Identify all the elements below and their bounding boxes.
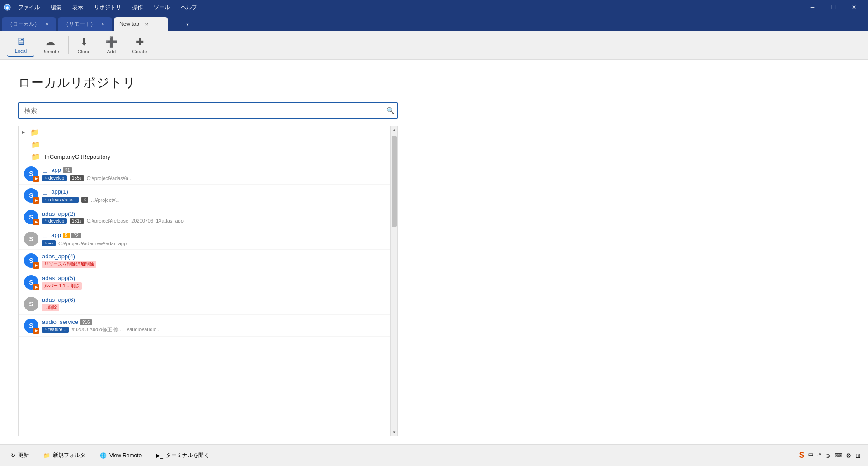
tab-local-label: （ローカル） [7, 20, 40, 28]
repo-path: C:¥project¥release_20200706_1¥adas_app [87, 218, 184, 223]
list-item[interactable]: S ▶ adas_app(5) ルバー 1 1... 削除 [19, 271, 390, 293]
clone-icon: ⬇ [80, 36, 88, 48]
tree-item-root[interactable]: ▶ 📁 [19, 126, 390, 138]
title-bar-left: ◆ ファイル 編集 表示 リポジトリ 操作 ツール ヘルプ [4, 3, 199, 12]
terminal-button[interactable]: ▶_ ターミナルを開く [152, 450, 213, 461]
tab-local-close[interactable]: ✕ [43, 20, 51, 28]
main-content: ローカルリポジトリ 🔍 ▶ 📁 📁 📁 InCompanyGitReposito… [0, 60, 868, 444]
remote-badge: ▶ [33, 328, 39, 334]
repo-info: adas_app(5) ルバー 1 1... 削除 [42, 275, 385, 290]
scrollbar-track: ▲ ▼ [390, 126, 397, 436]
tab-remote-label: （リモート） [63, 20, 96, 28]
scroll-up-button[interactable]: ▲ [391, 126, 398, 133]
menu-tools[interactable]: ツール [152, 3, 172, 12]
close-button[interactable]: ✕ [844, 0, 864, 14]
repo-meta: リソースを削除追加削除 [42, 261, 385, 268]
question-badge: ?16 [80, 319, 92, 325]
tab-remote-close[interactable]: ✕ [99, 20, 107, 28]
repo-name: audio_service ?16 [42, 319, 385, 325]
page-title: ローカルリポジトリ [18, 74, 850, 91]
list-item[interactable]: S ▶ adas_app(4) リソースを削除追加削除 [19, 250, 390, 271]
repo-meta: ⑂develop 155↓ C:¥project¥adas¥a... [42, 175, 385, 181]
menu-bar: ファイル 編集 表示 リポジトリ 操作 ツール ヘルプ [16, 3, 199, 12]
repo-info: adas_app(6) ...削除 [42, 296, 385, 311]
toolbar-create[interactable]: ✚ Create [125, 34, 154, 56]
menu-action[interactable]: 操作 [130, 3, 145, 12]
view-remote-label: View Remote [109, 452, 142, 459]
folder-icon: 📁 [31, 152, 40, 161]
toolbar-add[interactable]: ➕ Add [98, 34, 125, 56]
repo-info: ＿_app 5 ?2 ⑂--- C:¥project¥adarnew¥adar_… [42, 231, 385, 246]
repo-info: audio_service ?16 ⑂feature... #82053 Aud… [42, 319, 385, 333]
status-bar: ↻ 更新 📁 新規フォルダ 🌐 View Remote ▶_ ターミナルを開く … [0, 444, 868, 466]
repo-info: ＿_app ?1 ⑂develop 155↓ C:¥project¥adas¥a… [42, 166, 385, 181]
systray: S 中 ·° ☺ ⌨ ⚙ ⊞ [799, 451, 861, 460]
toolbar-clone[interactable]: ⬇ Clone [71, 34, 98, 56]
tab-remote[interactable]: （リモート） ✕ [58, 17, 112, 31]
menu-help[interactable]: ヘルプ [179, 3, 199, 12]
list-item[interactable]: S adas_app(6) ...削除 [19, 293, 390, 315]
menu-repo[interactable]: リポジトリ [92, 3, 123, 12]
repo-info: ＿_app(1) ⑂release/rele... 3 ...¥project¥… [42, 188, 385, 203]
create-icon: ✚ [136, 36, 144, 48]
scroll-down-button[interactable]: ▼ [391, 428, 398, 436]
search-button[interactable]: 🔍 [387, 107, 394, 114]
menu-file[interactable]: ファイル [16, 3, 42, 12]
refresh-button[interactable]: ↻ 更新 [7, 450, 33, 461]
repo-icon: S ▶ [24, 210, 38, 224]
grid-icon: ⊞ [855, 452, 861, 459]
list-item[interactable]: S ▶ adas_app(2) ⑂develop 181↓ C:¥project… [19, 206, 390, 228]
menu-view[interactable]: 表示 [71, 3, 85, 12]
terminal-icon: ▶_ [156, 452, 163, 459]
branch-badge: ⑂feature... [42, 327, 69, 333]
remote-badge: ▶ [33, 284, 39, 290]
tree-item-incompany[interactable]: 📁 InCompanyGitRepository [19, 151, 390, 163]
tab-newtab-close[interactable]: ✕ [143, 20, 150, 28]
refresh-label: 更新 [18, 452, 29, 459]
repo-list: ▶ 📁 📁 📁 InCompanyGitRepository S ▶ ＿_app… [19, 126, 390, 436]
restore-button[interactable]: ❐ [823, 0, 844, 14]
local-label: Local [15, 48, 27, 54]
dots-icon: ·° [817, 452, 821, 459]
view-remote-button[interactable]: 🌐 View Remote [96, 451, 145, 461]
repo-name: adas_app(6) [42, 296, 385, 303]
new-folder-button[interactable]: 📁 新規フォルダ [40, 450, 89, 461]
menu-edit[interactable]: 編集 [49, 3, 63, 12]
repo-icon: S ▶ [24, 275, 38, 290]
refresh-icon: ↻ [11, 452, 15, 459]
list-item[interactable]: S ▶ ＿_app ?1 ⑂develop 155↓ C:¥project¥ad… [19, 163, 390, 185]
tab-local[interactable]: （ローカル） ✕ [2, 17, 56, 31]
add-label: Add [107, 49, 116, 54]
settings-icon: ⚙ [846, 452, 852, 459]
repo-icon: S ▶ [24, 188, 38, 203]
repo-name: adas_app(2) [42, 210, 385, 217]
title-bar: ◆ ファイル 編集 表示 リポジトリ 操作 ツール ヘルプ ─ ❐ ✕ [0, 0, 868, 14]
minimize-button[interactable]: ─ [802, 0, 823, 14]
toolbar-local[interactable]: 🖥 Local [7, 34, 34, 57]
search-input[interactable] [18, 102, 398, 119]
toolbar-remote[interactable]: ☁ Remote [34, 34, 66, 56]
repo-name: ＿_app(1) [42, 188, 385, 196]
scrollbar-thumb[interactable] [392, 136, 397, 227]
new-tab-button[interactable]: ＋ [168, 17, 182, 31]
remote-badge: ▶ [33, 197, 39, 204]
tab-newtab[interactable]: New tab ✕ [114, 17, 168, 31]
branch-badge: ⑂develop [42, 218, 67, 224]
question-badge: ?1 [63, 167, 72, 173]
list-item[interactable]: S ＿_app 5 ?2 ⑂--- C:¥project¥adarnew¥ada… [19, 228, 390, 250]
tab-dropdown-button[interactable]: ▾ [182, 17, 193, 31]
delete-badge: ルバー 1 1... 削除 [42, 282, 82, 290]
repo-icon: S ▶ [24, 253, 38, 268]
question-badge: ?2 [71, 233, 81, 238]
tree-item-sub[interactable]: 📁 [19, 138, 390, 151]
globe-icon: 🌐 [100, 452, 107, 459]
repo-path: ...¥project¥... [91, 197, 120, 203]
repo-list-container: ▶ 📁 📁 📁 InCompanyGitRepository S ▶ ＿_app… [18, 126, 398, 436]
add-icon: ➕ [105, 36, 118, 48]
repo-info: adas_app(4) リソースを削除追加削除 [42, 253, 385, 268]
list-item[interactable]: S ▶ ＿_app(1) ⑂release/rele... 3 ...¥proj… [19, 185, 390, 206]
window-controls: ─ ❐ ✕ [802, 0, 864, 14]
ime-icon: 中 [808, 452, 814, 459]
repo-meta: ⑂feature... #82053 Audio修正 修.... ¥audio¥… [42, 326, 385, 333]
list-item[interactable]: S ▶ audio_service ?16 ⑂feature... #82053… [19, 315, 390, 337]
